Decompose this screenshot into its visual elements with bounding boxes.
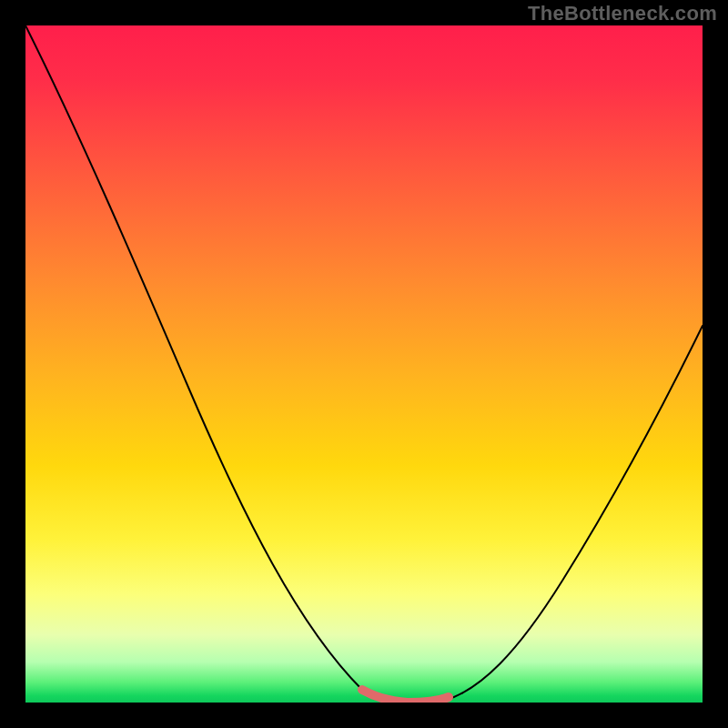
bottleneck-curve-svg bbox=[25, 25, 703, 703]
watermark-text: TheBottleneck.com bbox=[528, 2, 717, 25]
chart-frame: TheBottleneck.com bbox=[0, 0, 728, 728]
optimal-range-marker bbox=[362, 690, 449, 703]
plot-area bbox=[25, 25, 703, 703]
bottleneck-curve bbox=[25, 25, 703, 702]
